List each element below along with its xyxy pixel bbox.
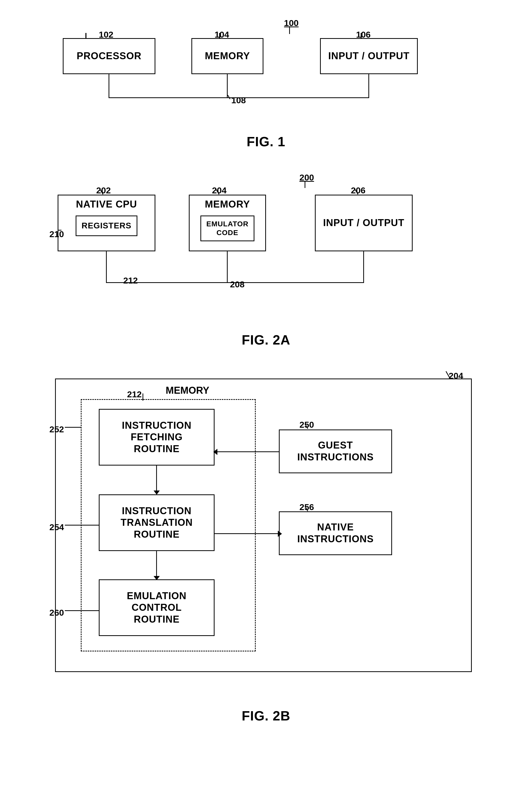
fig1-section: 100 102 PROCESSOR 104 MEMORY 106 INPUT /…: [21, 16, 511, 149]
memory-box: MEMORY: [191, 38, 263, 74]
fig2b-ref-254: 254: [50, 522, 64, 532]
fig2b-diagram: 204 MEMORY 212 252 INSTRUCTIONFETCHINGRO…: [48, 368, 484, 698]
fig2a-ref-200: 200: [300, 172, 314, 183]
guest-instructions-box: GUESTINSTRUCTIONS: [279, 429, 392, 473]
fig2a-ref-202: 202: [96, 185, 111, 196]
fig2b-ref-212: 212: [127, 389, 142, 399]
fig2b-memory-title: MEMORY: [166, 385, 209, 396]
fig2a-ref-210: 210: [50, 229, 64, 239]
instruction-translation-box: INSTRUCTIONTRANSLATIONROUTINE: [99, 494, 214, 551]
fig1-diagram: 100 102 PROCESSOR 104 MEMORY 106 INPUT /…: [48, 16, 484, 124]
fig2a-ref-212: 212: [123, 276, 138, 286]
fig2a-label: FIG. 2A: [242, 332, 290, 348]
native-cpu-box: NATIVE CPU REGISTERS: [58, 195, 155, 251]
processor-box: PROCESSOR: [63, 38, 155, 74]
emulator-code-box: EMULATOR CODE: [201, 216, 254, 241]
fig2a-memory-box: MEMORY EMULATOR CODE: [189, 195, 266, 251]
fig2a-ref-208: 208: [230, 279, 245, 289]
fig2b-ref-252: 252: [50, 424, 64, 434]
registers-box: REGISTERS: [76, 216, 137, 236]
fig2b-ref-256: 256: [300, 502, 314, 512]
fig2a-io-box: INPUT / OUTPUT: [315, 195, 413, 251]
fig2a-diagram: 200 202 NATIVE CPU REGISTERS 210 204: [48, 170, 484, 322]
page: 100 102 PROCESSOR 104 MEMORY 106 INPUT /…: [0, 0, 532, 739]
instruction-fetching-box: INSTRUCTIONFETCHINGROUTINE: [99, 409, 214, 465]
fig1-label: FIG. 1: [247, 134, 285, 149]
fig1-ref-100: 100: [284, 18, 299, 28]
emulation-control-box: EMULATIONCONTROLROUTINE: [99, 580, 214, 636]
io-box: INPUT / OUTPUT: [320, 38, 418, 74]
fig2b-ref-260: 260: [50, 608, 64, 618]
native-instructions-box: NATIVEINSTRUCTIONS: [279, 511, 392, 555]
fig2a-section: 200 202 NATIVE CPU REGISTERS 210 204: [21, 170, 511, 348]
fig2b-section: 204 MEMORY 212 252 INSTRUCTIONFETCHINGRO…: [21, 368, 511, 723]
fig2b-label: FIG. 2B: [242, 708, 290, 723]
fig2b-ref-250: 250: [300, 420, 314, 430]
fig1-ref-108: 108: [231, 95, 246, 105]
